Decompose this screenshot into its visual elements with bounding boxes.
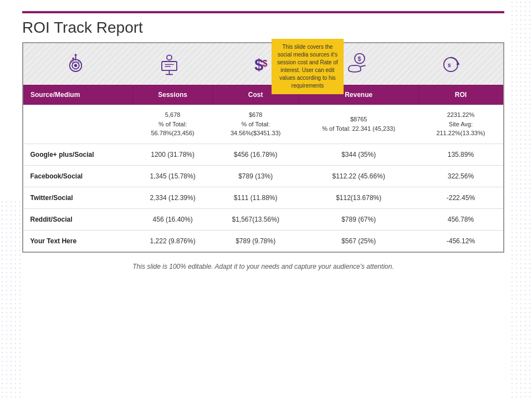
total-roi: 2231.22%Site Avg:211.22%(13.33%) — [418, 105, 503, 144]
row-source-4: Your Text Here — [24, 230, 133, 252]
col-header-roi: ROI — [418, 85, 503, 105]
svg-text:$: $ — [448, 62, 451, 68]
roi-table: Source/Medium Sessions Cost Revenue ROI … — [23, 85, 503, 252]
row-sessions-2: 2,334 (12.39%) — [133, 187, 212, 208]
revenue-icon: $ — [345, 52, 370, 76]
row-source-0: Google+ plus/Social — [24, 144, 133, 165]
roi-icon: $ — [438, 52, 463, 76]
svg-point-2 — [74, 64, 77, 67]
row-cost-3: $1,567(13.56%) — [212, 208, 299, 230]
row-cost-0: $456 (16.78%) — [212, 144, 299, 165]
row-roi-3: 456.78% — [418, 208, 503, 230]
total-source — [24, 105, 133, 144]
svg-point-6 — [78, 60, 80, 63]
row-cost-4: $789 (9.78%) — [212, 230, 299, 252]
row-source-3: Reddit/Social — [24, 208, 133, 230]
total-cost: $678% of Total:34.56%($3451.33) — [212, 105, 299, 144]
callout-box: This slide covers the social media sourc… — [272, 39, 344, 94]
row-revenue-2: $112(13.678%) — [299, 187, 418, 208]
row-revenue-0: $344 (35%) — [299, 144, 418, 165]
total-revenue: $8765% of Total: 22.341 (45,233) — [299, 105, 418, 144]
svg-rect-9 — [162, 62, 177, 70]
table-row: Facebook/Social 1,345 (15.78%) $789 (13%… — [24, 165, 503, 187]
row-sessions-0: 1200 (31.78%) — [133, 144, 212, 165]
total-row: 5,678% of Total:56.78%(23,456) $678% of … — [24, 105, 503, 144]
table-row: Reddit/Social 456 (16.40%) $1,567(13.56%… — [24, 208, 503, 230]
row-roi-1: 322.56% — [418, 165, 503, 187]
target-icon — [63, 52, 88, 76]
icons-row: $ $ $ $ — [23, 43, 503, 85]
presentation-icon — [157, 52, 182, 76]
table-row: Your Text Here 1,222 (9.876%) $789 (9.78… — [24, 230, 503, 252]
row-roi-0: 135.89% — [418, 144, 503, 165]
row-revenue-1: $112.22 (45.66%) — [299, 165, 418, 187]
svg-text:$: $ — [263, 58, 268, 68]
row-cost-2: $111 (11.88%) — [212, 187, 299, 208]
page-title: ROI Track Report — [22, 19, 504, 37]
table-row: Google+ plus/Social 1200 (31.78%) $456 (… — [24, 144, 503, 165]
svg-text:$: $ — [357, 55, 361, 62]
total-sessions: 5,678% of Total:56.78%(23,456) — [133, 105, 212, 144]
row-roi-4: -456.12% — [418, 230, 503, 252]
svg-point-8 — [167, 55, 172, 60]
svg-point-7 — [72, 58, 74, 60]
row-sessions-3: 456 (16.40%) — [133, 208, 212, 230]
row-sessions-4: 1,222 (9.876%) — [133, 230, 212, 252]
row-cost-1: $789 (13%) — [212, 165, 299, 187]
col-header-source: Source/Medium — [24, 85, 133, 105]
report-table-container: $ $ $ $ — [22, 42, 504, 253]
row-revenue-3: $789 (67%) — [299, 208, 418, 230]
svg-line-18 — [360, 65, 365, 66]
row-revenue-4: $567 (25%) — [299, 230, 418, 252]
row-sessions-1: 1,345 (15.78%) — [133, 165, 212, 187]
row-source-1: Facebook/Social — [24, 165, 133, 187]
table-row: Twitter/Social 2,334 (12.39%) $111 (11.8… — [24, 187, 503, 208]
footer-text: This slide is 100% editable. Adapt it to… — [22, 263, 504, 270]
col-header-sessions: Sessions — [133, 85, 212, 105]
row-source-2: Twitter/Social — [24, 187, 133, 208]
row-roi-2: -222.45% — [418, 187, 503, 208]
svg-point-5 — [70, 59, 74, 63]
svg-marker-4 — [74, 54, 77, 56]
